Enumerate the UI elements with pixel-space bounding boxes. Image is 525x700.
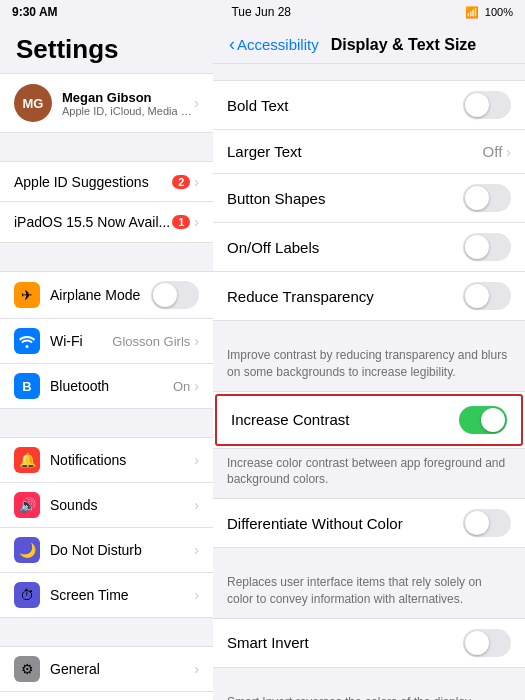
sidebar-item-bluetooth[interactable]: B Bluetooth On ›: [0, 364, 213, 408]
sidebar-item-do-not-disturb[interactable]: 🌙 Do Not Disturb ›: [0, 528, 213, 573]
screen-time-label: Screen Time: [50, 587, 194, 603]
general-label: General: [50, 661, 194, 677]
apple-id-right: 2 ›: [172, 174, 199, 190]
differentiate-toggle[interactable]: [463, 509, 511, 537]
sidebar-item-screen-time[interactable]: ⏱ Screen Time ›: [0, 573, 213, 617]
button-shapes-toggle-thumb: [465, 186, 489, 210]
reduce-transparency-row[interactable]: Reduce Transparency: [213, 272, 525, 320]
sounds-label: Sounds: [50, 497, 194, 513]
right-panel-title: Display & Text Size: [331, 36, 477, 54]
sidebar-gap-1: [0, 133, 213, 161]
differentiate-row[interactable]: Differentiate Without Color: [213, 499, 525, 547]
bold-text-toggle[interactable]: [463, 91, 511, 119]
bluetooth-chevron: ›: [194, 378, 199, 394]
avatar: MG: [14, 84, 52, 122]
on-off-labels-toggle[interactable]: [463, 233, 511, 261]
top-padding: [213, 64, 525, 80]
sidebar-gap-3: [0, 409, 213, 437]
display-settings-section: Bold Text Larger Text Off › Button Shape…: [213, 80, 525, 321]
sounds-chevron: ›: [194, 497, 199, 513]
apple-id-section: Apple ID Suggestions 2 › iPadOS 15.5 Now…: [0, 161, 213, 243]
bluetooth-icon: B: [14, 373, 40, 399]
status-time: 9:30 AM: [12, 5, 58, 19]
general-icon: ⚙: [14, 656, 40, 682]
button-shapes-label: Button Shapes: [227, 190, 463, 207]
larger-text-row[interactable]: Larger Text Off ›: [213, 130, 525, 174]
larger-text-chevron: ›: [506, 144, 511, 160]
increase-contrast-desc: Increase color contrast between app fore…: [213, 449, 525, 499]
ipados-right: 1 ›: [172, 214, 199, 230]
sounds-icon: 🔊: [14, 492, 40, 518]
reduce-transparency-label: Reduce Transparency: [227, 288, 463, 305]
ipados-label: iPadOS 15.5 Now Avail...: [14, 214, 172, 230]
nav-back-button[interactable]: ‹ Accessibility: [229, 34, 319, 55]
airplane-label: Airplane Mode: [50, 287, 151, 303]
sidebar-item-airplane-mode[interactable]: ✈ Airplane Mode: [0, 272, 213, 319]
bluetooth-right: On ›: [173, 378, 199, 394]
sidebar-item-wifi[interactable]: Wi-Fi Glosson Girls ›: [0, 319, 213, 364]
smart-invert-section: Smart Invert: [213, 618, 525, 668]
sidebar-item-control-center[interactable]: ⊞ Control Center ›: [0, 692, 213, 700]
wifi-right: Glosson Girls ›: [112, 333, 199, 349]
sidebar-gap-4: [0, 618, 213, 646]
sidebar-title: Settings: [0, 24, 213, 73]
connectivity-section: ✈ Airplane Mode Wi-Fi Glosson Girls › B …: [0, 271, 213, 409]
sidebar-item-sounds[interactable]: 🔊 Sounds ›: [0, 483, 213, 528]
dnd-icon: 🌙: [14, 537, 40, 563]
battery-text: 100%: [485, 6, 513, 18]
button-shapes-toggle[interactable]: [463, 184, 511, 212]
larger-text-label: Larger Text: [227, 143, 483, 160]
sidebar-item-notifications[interactable]: 🔔 Notifications ›: [0, 438, 213, 483]
differentiate-section: Differentiate Without Color: [213, 498, 525, 548]
profile-row[interactable]: MG Megan Gibson Apple ID, iCloud, Media …: [0, 73, 213, 133]
wifi-chevron: ›: [194, 333, 199, 349]
on-off-labels-row[interactable]: On/Off Labels: [213, 223, 525, 272]
screen-time-chevron: ›: [194, 587, 199, 603]
wifi-label: Wi-Fi: [50, 333, 112, 349]
airplane-toggle-thumb: [153, 283, 177, 307]
airplane-icon: ✈: [14, 282, 40, 308]
notifications-label: Notifications: [50, 452, 194, 468]
profile-info: Megan Gibson Apple ID, iCloud, Media &..…: [62, 90, 194, 117]
profile-subtitle: Apple ID, iCloud, Media &...: [62, 105, 194, 117]
back-chevron-icon: ‹: [229, 34, 235, 55]
increase-contrast-highlight: Increase Contrast: [215, 394, 523, 446]
smart-invert-toggle-thumb: [465, 631, 489, 655]
bold-text-row[interactable]: Bold Text: [213, 81, 525, 130]
apple-id-chevron: ›: [194, 174, 199, 190]
sidebar-item-apple-id-suggestions[interactable]: Apple ID Suggestions 2 ›: [0, 162, 213, 202]
increase-contrast-toggle[interactable]: [459, 406, 507, 434]
increase-contrast-row[interactable]: Increase Contrast: [217, 396, 521, 444]
wifi-icon-sidebar: [14, 328, 40, 354]
increase-contrast-toggle-thumb: [481, 408, 505, 432]
sidebar-gap-2: [0, 243, 213, 271]
sidebar-item-ipados[interactable]: iPadOS 15.5 Now Avail... 1 ›: [0, 202, 213, 242]
button-shapes-row[interactable]: Button Shapes: [213, 174, 525, 223]
reduce-transparency-toggle[interactable]: [463, 282, 511, 310]
nav-header: ‹ Accessibility Display & Text Size: [213, 24, 525, 64]
ipados-badge: 1: [172, 215, 190, 229]
sidebar-item-general[interactable]: ⚙ General ›: [0, 647, 213, 692]
notifications-chevron: ›: [194, 452, 199, 468]
profile-chevron: ›: [194, 95, 199, 111]
bold-text-toggle-thumb: [465, 93, 489, 117]
dnd-label: Do Not Disturb: [50, 542, 194, 558]
smart-invert-label: Smart Invert: [227, 634, 463, 651]
wifi-value: Glosson Girls: [112, 334, 190, 349]
sidebar: Settings MG Megan Gibson Apple ID, iClou…: [0, 24, 213, 700]
reduce-transparency-toggle-thumb: [465, 284, 489, 308]
airplane-toggle[interactable]: [151, 281, 199, 309]
on-off-labels-label: On/Off Labels: [227, 239, 463, 256]
profile-name: Megan Gibson: [62, 90, 194, 105]
dnd-chevron: ›: [194, 542, 199, 558]
increase-contrast-label: Increase Contrast: [231, 411, 459, 428]
wifi-icon: 📶: [465, 6, 479, 19]
larger-text-value: Off: [483, 143, 503, 160]
smart-invert-desc: Smart Invert reverses the colors of the …: [213, 688, 525, 700]
notifications-icon: 🔔: [14, 447, 40, 473]
smart-invert-toggle[interactable]: [463, 629, 511, 657]
ipados-chevron: ›: [194, 214, 199, 230]
notifications-section: 🔔 Notifications › 🔊 Sounds › 🌙 Do Not Di…: [0, 437, 213, 618]
bold-text-label: Bold Text: [227, 97, 463, 114]
smart-invert-row[interactable]: Smart Invert: [213, 619, 525, 667]
